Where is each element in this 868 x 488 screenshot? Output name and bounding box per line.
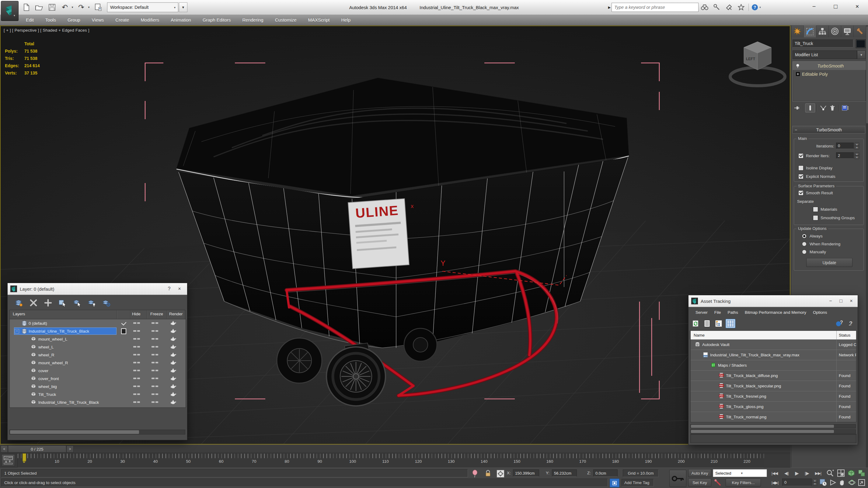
project-folder-button[interactable] bbox=[93, 3, 103, 12]
layer-row-wheel-l-3[interactable]: wheel_L bbox=[10, 343, 186, 351]
absolute-offset-toggle-icon[interactable] bbox=[497, 470, 504, 478]
expand-plus-icon[interactable] bbox=[795, 72, 800, 76]
asset-context-help-button[interactable]: ? bbox=[846, 319, 855, 328]
asset-row-tilt-truck-gloss-png[interactable]: PNGTilt_Truck_gloss.pngFound bbox=[691, 402, 856, 412]
menu-group[interactable]: Group bbox=[62, 14, 86, 26]
hide-toggle[interactable] bbox=[133, 393, 140, 395]
freeze-toggle[interactable] bbox=[152, 322, 158, 324]
asset-row-tilt-truck-black-specular-png[interactable]: PNGTilt_Truck_black_specular.pngFound bbox=[691, 381, 856, 391]
asset-minimize-button[interactable]: − bbox=[826, 298, 836, 304]
current-frame-field[interactable] bbox=[782, 479, 812, 486]
hide-toggle[interactable] bbox=[133, 338, 140, 339]
time-slider-grip[interactable]: 0 / 225 bbox=[8, 446, 66, 453]
asset-hierarchy-view-button[interactable] bbox=[714, 319, 723, 328]
asset-hscrollbar-2[interactable] bbox=[690, 429, 856, 433]
help-button[interactable]: ? ▾ bbox=[750, 3, 762, 12]
time-configuration-button[interactable] bbox=[819, 479, 827, 486]
search-expand-icon[interactable]: ▶ bbox=[607, 5, 612, 9]
make-unique-button[interactable] bbox=[819, 104, 828, 112]
asset-row-industrial-uline-tilt-truck-black-max-vray-max[interactable]: MAXIndustrial_Uline_Tilt_Truck_Black_max… bbox=[691, 350, 856, 360]
big-wheel[interactable] bbox=[327, 347, 385, 406]
radio-manually[interactable] bbox=[802, 250, 807, 254]
hide-toggle[interactable] bbox=[133, 362, 140, 363]
layer-hscrollbar[interactable] bbox=[9, 430, 185, 434]
freeze-toggle[interactable] bbox=[152, 378, 158, 379]
x-coord-field[interactable] bbox=[513, 469, 539, 477]
isolate-selection-toggle[interactable] bbox=[610, 479, 619, 487]
subscription-button[interactable] bbox=[711, 3, 723, 12]
asset-close-button[interactable]: × bbox=[846, 298, 857, 304]
layer-row-0-default--0[interactable]: 0 (default) bbox=[10, 319, 186, 327]
materials-checkbox[interactable] bbox=[813, 207, 818, 212]
column-freeze[interactable]: Freeze bbox=[150, 312, 163, 316]
arc-rotate-button[interactable] bbox=[829, 479, 837, 486]
asset-menu-bitmap-performance-and-memory[interactable]: Bitmap Performance and Memory bbox=[741, 310, 810, 315]
workspace-flyout-button[interactable]: ▼ bbox=[179, 2, 187, 12]
auto-key-button[interactable]: Auto Key bbox=[688, 469, 711, 477]
layer-close-button[interactable]: × bbox=[174, 286, 185, 292]
freeze-toggle[interactable] bbox=[152, 330, 158, 332]
render-teapot-icon[interactable] bbox=[170, 329, 177, 334]
tab-utilities[interactable] bbox=[854, 26, 866, 37]
asset-row-autodesk-vault[interactable]: Autodesk VaultLogged Ou bbox=[691, 339, 856, 350]
set-key-mode-button[interactable] bbox=[669, 470, 686, 487]
layer-properties-button[interactable] bbox=[102, 299, 111, 307]
go-to-start-button[interactable]: |◀◀ bbox=[770, 469, 779, 477]
viewport-label[interactable]: [ + ] [ Perspective ] [ Shaded + Edged F… bbox=[4, 28, 89, 33]
render-teapot-icon[interactable] bbox=[170, 336, 177, 342]
menu-graph-editors[interactable]: Graph Editors bbox=[197, 14, 237, 26]
tab-modify[interactable] bbox=[804, 26, 816, 37]
selection-lock-icon[interactable] bbox=[485, 470, 491, 477]
modifier-list-arrow[interactable]: ▾ bbox=[857, 51, 866, 59]
asset-row-tilt-truck-normal-png[interactable]: PNGTilt_Truck_normal.pngFound bbox=[691, 412, 856, 422]
asset-row-tilt-truck-fresnel-png[interactable]: PNGTilt_Truck_fresnel.pngFound bbox=[691, 391, 856, 402]
layer-row-wheel-r-4[interactable]: wheel_R bbox=[10, 351, 186, 359]
smoothing-groups-checkbox[interactable] bbox=[813, 215, 818, 221]
menu-edit[interactable]: Edit bbox=[20, 14, 39, 26]
menu-customize[interactable]: Customize bbox=[269, 14, 302, 26]
asset-help-button[interactable]: ? bbox=[835, 319, 844, 328]
create-new-layer-button[interactable] bbox=[14, 299, 24, 307]
search-button[interactable] bbox=[699, 3, 711, 12]
explicit-normals-checkbox[interactable] bbox=[798, 174, 804, 179]
communication-center-button[interactable] bbox=[723, 3, 735, 12]
isoline-checkbox[interactable] bbox=[798, 165, 804, 170]
frame-spinner[interactable]: ▲▼ bbox=[813, 479, 817, 485]
render-teapot-icon[interactable] bbox=[170, 376, 177, 382]
modifier-bulb-icon[interactable] bbox=[795, 64, 800, 68]
undo-button[interactable]: ↶ bbox=[60, 3, 70, 12]
freeze-toggle[interactable] bbox=[152, 362, 158, 363]
isolate-toggle-2[interactable] bbox=[848, 469, 855, 477]
z-coord-field[interactable] bbox=[593, 469, 618, 477]
update-button[interactable]: Update bbox=[806, 258, 852, 267]
menu-create[interactable]: Create bbox=[110, 14, 135, 26]
layer-row-cover-6[interactable]: cover bbox=[10, 367, 186, 375]
next-key-button[interactable]: ||▶ bbox=[802, 469, 812, 477]
freeze-toggle[interactable] bbox=[152, 346, 158, 348]
radio-always[interactable] bbox=[802, 234, 807, 238]
asset-list-view-button[interactable] bbox=[703, 319, 712, 328]
minimize-button[interactable]: − bbox=[808, 3, 820, 10]
rear-wheel[interactable] bbox=[404, 328, 437, 361]
asset-menu-options[interactable]: Options bbox=[810, 310, 831, 315]
application-menu-button[interactable]: ▾ bbox=[1, 1, 19, 21]
pin-stack-button[interactable] bbox=[793, 104, 802, 112]
hide-toggle[interactable] bbox=[133, 386, 140, 387]
set-key-button[interactable]: Set Key bbox=[688, 479, 711, 486]
column-hide[interactable]: Hide bbox=[132, 312, 141, 316]
object-name-field[interactable] bbox=[793, 39, 854, 47]
highlight-selected-layers-button[interactable] bbox=[87, 299, 96, 307]
new-file-button[interactable] bbox=[21, 3, 32, 12]
render-teapot-icon[interactable] bbox=[170, 345, 177, 350]
column-name[interactable]: Name bbox=[691, 333, 705, 337]
show-end-result-button[interactable] bbox=[805, 103, 815, 112]
freeze-toggle[interactable] bbox=[152, 393, 158, 395]
column-status[interactable]: Status bbox=[839, 333, 850, 337]
mini-curve-editor-button[interactable] bbox=[2, 454, 15, 466]
current-layer-box-icon[interactable] bbox=[121, 328, 126, 334]
render-teapot-icon[interactable] bbox=[170, 392, 177, 397]
asset-menu-server[interactable]: Server bbox=[692, 310, 711, 315]
menu-maxscript[interactable]: MAXScript bbox=[302, 14, 336, 26]
maximize-button[interactable]: □ bbox=[830, 3, 842, 10]
previous-frame-button[interactable]: < bbox=[1, 446, 8, 453]
